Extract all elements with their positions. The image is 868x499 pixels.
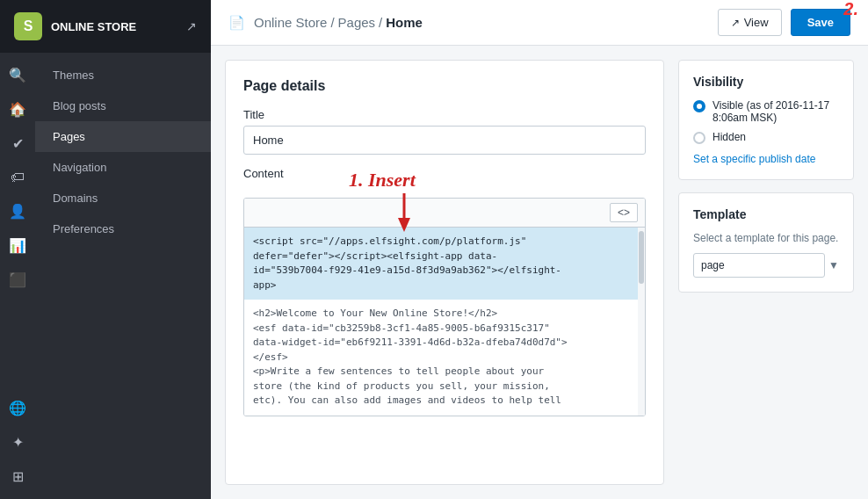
line7: etc). You can also add images and videos… xyxy=(253,394,561,406)
puzzle-icon[interactable]: ✦ xyxy=(12,427,24,458)
orders-icon[interactable]: ✔ xyxy=(12,128,24,159)
left-icon-strip: 🔍 🏠 ✔ 🏷 👤 📊 ⬛ 🌐 ✦ ⊞ xyxy=(0,53,35,499)
view-icon: ↗ xyxy=(731,17,740,29)
shopify-logo: S xyxy=(14,12,42,40)
title-input[interactable] xyxy=(243,126,646,155)
customers-icon[interactable]: 👤 xyxy=(9,196,26,227)
step-badge: 2. xyxy=(843,0,858,19)
globe-icon[interactable]: 🌐 xyxy=(9,393,26,423)
main-content: 📄 Online Store / Pages / Home ↗ View Sav… xyxy=(211,0,868,499)
hidden-label: Hidden xyxy=(712,131,746,143)
page-document-icon: 📄 xyxy=(228,15,245,31)
editor-text-content[interactable]: <h2>Welcome to Your New Online Store!</h… xyxy=(244,300,645,416)
store-name: ONLINE STORE xyxy=(51,20,177,33)
content-label: Content xyxy=(243,167,646,180)
sidebar-item-blog-posts[interactable]: Blog posts xyxy=(35,90,211,121)
marketing-icon[interactable]: ⬛ xyxy=(9,264,26,295)
sidebar-item-preferences[interactable]: Preferences xyxy=(35,213,211,244)
topbar: 📄 Online Store / Pages / Home ↗ View Sav… xyxy=(211,0,868,46)
highlighted-code[interactable]: <script src="//apps.elfsight.com/p/platf… xyxy=(244,228,645,300)
topbar-actions: ↗ View Save 2. xyxy=(718,9,850,36)
products-icon[interactable]: 🏷 xyxy=(11,163,25,192)
breadcrumb-sep2: / xyxy=(379,15,382,30)
sidebar-header[interactable]: S ONLINE STORE ↗ xyxy=(0,0,211,53)
external-link-icon[interactable]: ↗ xyxy=(186,19,197,33)
line3: data-widget-id="eb6f9211-3391-4d6d-b32a-… xyxy=(253,336,568,348)
sidebar-item-themes[interactable]: Themes xyxy=(35,60,211,90)
home-icon[interactable]: 🏠 xyxy=(9,94,26,125)
sidebar-nav: Themes Blog posts Pages Navigation Domai… xyxy=(35,53,211,499)
line1: <h2>Welcome to Your New Online Store!</h… xyxy=(253,307,497,319)
template-card: Template Select a template for this page… xyxy=(678,192,854,293)
sidebar-item-domains[interactable]: Domains xyxy=(35,183,211,213)
title-label: Title xyxy=(243,108,646,121)
visible-option[interactable]: Visible (as of 2016-11-17 8:06am MSK) xyxy=(693,99,839,124)
visibility-options: Visible (as of 2016-11-17 8:06am MSK) Hi… xyxy=(693,99,839,144)
breadcrumb-online-store[interactable]: Online Store xyxy=(254,15,327,30)
line6: store (the kind of products you sell, yo… xyxy=(253,380,550,392)
template-desc: Select a template for this page. xyxy=(693,232,839,244)
editor-code-area: <script src="//apps.elfsight.com/p/platf… xyxy=(244,228,645,416)
save-label: Save xyxy=(807,16,834,29)
select-arrow-icon: ▼ xyxy=(828,259,839,271)
breadcrumb: 📄 Online Store / Pages / Home xyxy=(228,15,423,31)
template-select-wrap: page contact about ▼ xyxy=(693,253,839,278)
apps-icon[interactable]: ⊞ xyxy=(12,461,24,492)
content-area: Page details Title Content 1. Insert xyxy=(211,46,868,499)
visibility-title: Visibility xyxy=(693,75,839,89)
line5: <p>Write a few sentences to tell people … xyxy=(253,365,544,377)
editor-scrollbar[interactable] xyxy=(638,228,645,416)
search-icon[interactable]: 🔍 xyxy=(9,60,26,90)
html-toggle-button[interactable]: <> xyxy=(610,203,638,222)
view-button[interactable]: ↗ View xyxy=(718,9,782,36)
content-form-group: Content 1. Insert <> xyxy=(243,167,646,416)
content-editor: <> <script src="//apps.elfsight.com/p/pl… xyxy=(243,198,646,416)
sidebar-item-pages[interactable]: Pages xyxy=(35,121,211,152)
template-select[interactable]: page contact about xyxy=(693,253,825,278)
scrollbar-thumb xyxy=(639,231,644,284)
page-details-card: Page details Title Content 1. Insert xyxy=(225,60,664,485)
editor-toolbar: <> xyxy=(244,199,645,228)
line2: <esf data-id="cb3259b8-3cf1-4a85-9005-b6… xyxy=(253,322,550,334)
right-panel: Visibility Visible (as of 2016-11-17 8:0… xyxy=(678,60,854,485)
analytics-icon[interactable]: 📊 xyxy=(9,230,26,261)
visible-label: Visible (as of 2016-11-17 8:06am MSK) xyxy=(712,99,839,124)
title-form-group: Title xyxy=(243,108,646,155)
sidebar: S ONLINE STORE ↗ 🔍 🏠 ✔ 🏷 👤 📊 ⬛ 🌐 ✦ ⊞ The… xyxy=(0,0,211,499)
publish-date-link[interactable]: Set a specific publish date xyxy=(693,153,839,165)
visibility-card: Visibility Visible (as of 2016-11-17 8:0… xyxy=(678,60,854,180)
line4: </esf> xyxy=(253,351,288,363)
hidden-option[interactable]: Hidden xyxy=(693,131,839,144)
save-button[interactable]: Save 2. xyxy=(791,9,850,36)
hidden-radio[interactable] xyxy=(693,132,705,144)
sidebar-item-navigation[interactable]: Navigation xyxy=(35,152,211,183)
card-title: Page details xyxy=(243,78,646,94)
breadcrumb-pages[interactable]: Pages xyxy=(338,15,376,30)
template-title: Template xyxy=(693,207,839,221)
breadcrumb-current: Home xyxy=(386,15,423,30)
visible-radio[interactable] xyxy=(693,100,705,112)
breadcrumb-sep1: / xyxy=(330,15,334,30)
